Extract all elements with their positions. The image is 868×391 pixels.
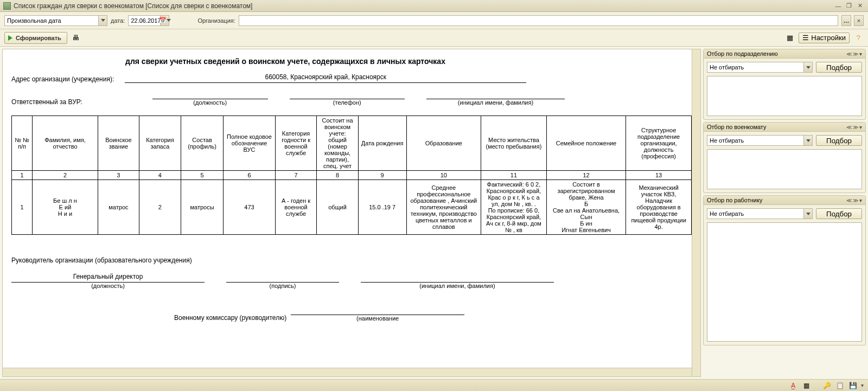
print-icon[interactable]: 🖶 <box>71 33 81 43</box>
window-restore-icon[interactable]: ❐ <box>844 2 854 10</box>
run-label: Сформировать <box>16 35 61 41</box>
help-icon[interactable]: ? <box>853 33 864 43</box>
parameters-toolbar: Произвольная дата дата: 22.06.2017 📅 Орг… <box>0 12 868 29</box>
date-input[interactable]: 22.06.2017 📅 <box>128 15 169 26</box>
window-minimize-icon[interactable]: — <box>833 2 843 10</box>
org-label: Организация: <box>197 17 235 24</box>
window-title: Список граждан для сверки с военкоматом … <box>14 2 252 10</box>
settings-button[interactable]: ☰ Настройки <box>799 33 850 43</box>
org-clear-button[interactable]: × <box>854 15 864 26</box>
date-mode-value: Произвольная дата <box>7 17 61 24</box>
date-label: дата: <box>111 17 125 24</box>
window-close-icon[interactable]: ✕ <box>855 2 865 10</box>
settings-label: Настройки <box>811 34 846 42</box>
play-icon <box>8 35 12 41</box>
org-picker-button[interactable]: … <box>841 15 851 26</box>
calendar-icon[interactable]: 📅 <box>160 16 169 25</box>
date-mode-select[interactable]: Произвольная дата <box>4 15 107 26</box>
titlebar: Список граждан для сверки с военкоматом … <box>0 0 868 12</box>
grid-icon[interactable]: ▦ <box>784 33 795 43</box>
organization-input[interactable] <box>239 15 838 26</box>
action-toolbar: Сформировать 🖶 ▦ ☰ Настройки ? <box>0 29 868 47</box>
run-button[interactable]: Сформировать <box>4 32 67 44</box>
date-value: 22.06.2017 <box>131 17 161 24</box>
chevron-down-icon[interactable] <box>98 16 107 25</box>
app-icon <box>3 2 11 10</box>
